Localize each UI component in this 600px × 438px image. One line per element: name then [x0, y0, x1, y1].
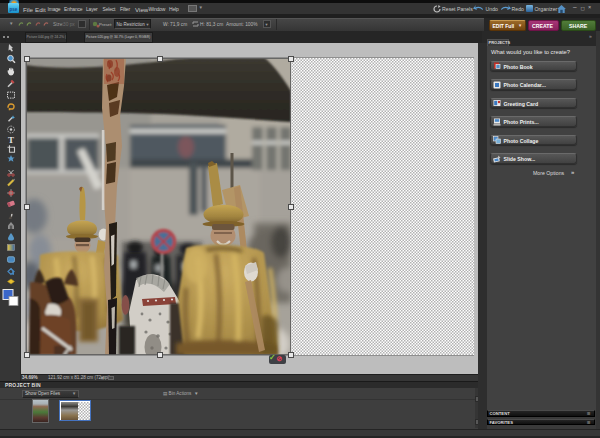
svg-text:T: T	[8, 134, 14, 144]
